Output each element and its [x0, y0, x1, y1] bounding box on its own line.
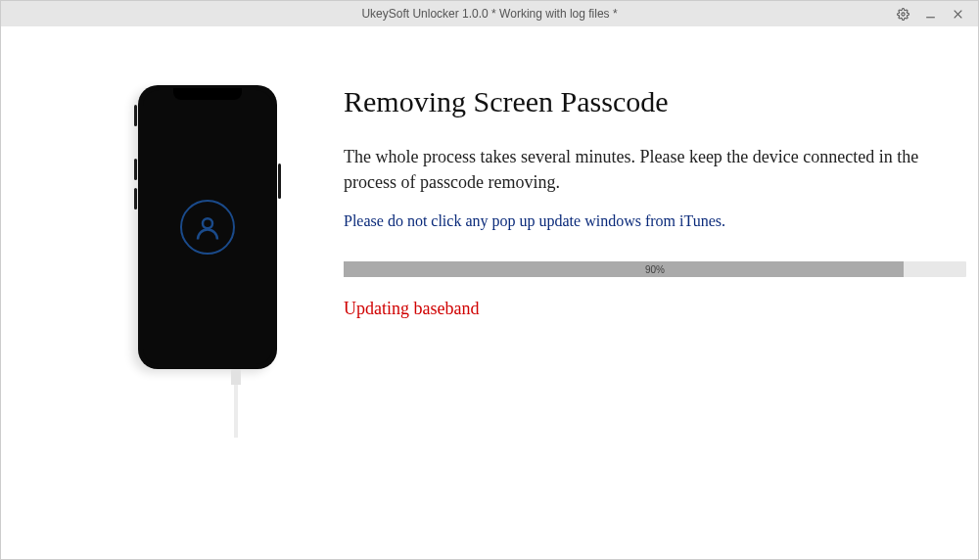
phone-screen	[143, 90, 272, 364]
progress-label: 90%	[645, 264, 665, 275]
main-content: Removing Screen Passcode The whole proce…	[1, 26, 978, 369]
right-column: Removing Screen Passcode The whole proce…	[334, 85, 966, 369]
page-heading: Removing Screen Passcode	[344, 85, 966, 118]
description-text: The whole process takes several minutes.…	[344, 144, 966, 195]
phone-notch	[173, 88, 242, 100]
svg-point-4	[203, 218, 212, 228]
cable-illustration	[229, 369, 243, 438]
settings-icon[interactable]	[896, 7, 909, 21]
progress-fill	[344, 261, 904, 277]
phone-outline	[138, 85, 277, 369]
svg-point-0	[901, 12, 904, 15]
status-text: Updating baseband	[344, 299, 966, 319]
device-illustration	[138, 85, 334, 369]
minimize-icon[interactable]	[923, 7, 937, 21]
window-controls	[896, 1, 978, 26]
titlebar: UkeySoft Unlocker 1.0.0 * Working with l…	[1, 1, 978, 26]
window-title: UkeySoft Unlocker 1.0.0 * Working with l…	[1, 7, 978, 21]
user-icon	[180, 200, 235, 255]
progress-bar: 90%	[344, 261, 966, 277]
warning-text: Please do not click any pop up update wi…	[344, 212, 966, 230]
close-icon[interactable]	[951, 7, 964, 21]
